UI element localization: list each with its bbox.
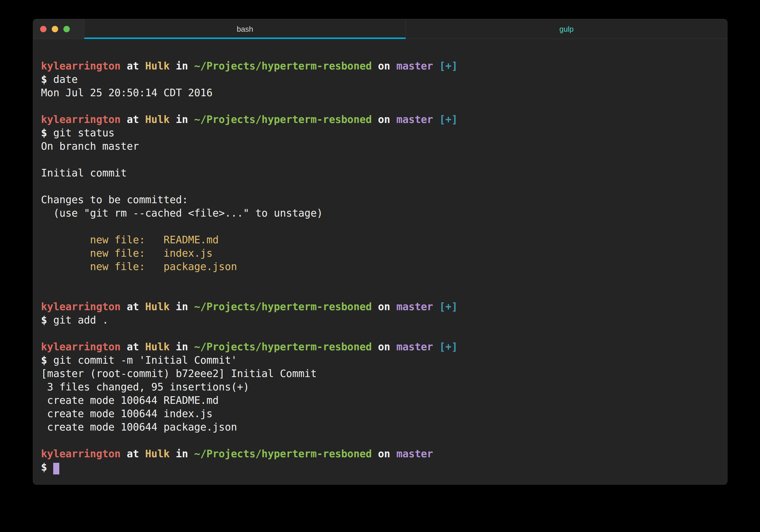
terminal-text-segment: $ (41, 314, 47, 326)
terminal-text-segment: Hulk (145, 114, 169, 125)
terminal-line: kylearrington at Hulk in ~/Projects/hype… (41, 113, 720, 126)
terminal-line: $ (41, 460, 720, 474)
minimize-button[interactable] (52, 26, 58, 32)
terminal-line: $ git commit -m 'Initial Commit' (41, 354, 720, 367)
terminal-line: create mode 100644 README.md (41, 394, 720, 407)
terminal-text-segment: on (372, 448, 396, 459)
terminal-text-segment: (use "git rm --cached <file>..." to unst… (41, 207, 323, 219)
terminal-text-segment: Hulk (145, 301, 169, 313)
terminal-line: kylearrington at Hulk in ~/Projects/hype… (41, 300, 720, 314)
terminal-text-segment: master (396, 341, 433, 353)
terminal-line: kylearrington at Hulk in ~/Projects/hype… (41, 340, 720, 354)
terminal-text-segment: Initial commit (41, 167, 127, 179)
tab-gulp[interactable]: gulp (405, 19, 727, 39)
terminal-line (41, 180, 720, 193)
terminal-text-segment: in (170, 114, 194, 125)
terminal-text-segment: [+] (439, 114, 458, 125)
terminal-window: bash gulp kylearrington at Hulk in ~/Pro… (33, 19, 728, 485)
terminal-text-segment: master (396, 114, 433, 125)
terminal-text-segment: on (372, 341, 396, 353)
terminal-text-segment: $ (41, 461, 53, 473)
terminal-text-segment: in (170, 448, 194, 459)
terminal-text-segment (433, 60, 439, 72)
terminal-text-segment (433, 341, 439, 353)
terminal-text-segment: in (170, 60, 194, 72)
terminal-line: On branch master (41, 140, 720, 153)
terminal-text-segment: create mode 100644 index.js (41, 408, 213, 419)
terminal-text-segment: git status (47, 127, 115, 139)
terminal-text-segment: date (47, 73, 78, 85)
terminal-text-segment: $ (41, 354, 47, 366)
terminal-text-segment: at (121, 341, 145, 353)
terminal-line: kylearrington at Hulk in ~/Projects/hype… (41, 447, 720, 460)
terminal-line (41, 273, 720, 287)
terminal-text-segment: git commit -m 'Initial Commit' (47, 354, 237, 366)
terminal-line: $ date (41, 73, 720, 86)
terminal-text-segment: ~/Projects/hyperterm-resboned (194, 448, 372, 459)
terminal-line: Changes to be committed: (41, 193, 720, 206)
terminal-line: $ git status (41, 126, 720, 140)
terminal-text-segment: on (372, 114, 396, 125)
terminal-text-segment: on (372, 60, 396, 72)
terminal-screen[interactable]: kylearrington at Hulk in ~/Projects/hype… (33, 39, 727, 484)
terminal-text-segment: Changes to be committed: (41, 194, 188, 206)
tab-gulp-label: gulp (559, 25, 574, 34)
terminal-text-segment: master (396, 301, 433, 313)
terminal-line: new file: README.md (41, 233, 720, 247)
terminal-text-segment: Mon Jul 25 20:50:14 CDT 2016 (41, 87, 213, 99)
terminal-text-segment: kylearrington (41, 448, 121, 459)
terminal-text-segment: ~/Projects/hyperterm-resboned (194, 60, 372, 72)
terminal-line: (use "git rm --cached <file>..." to unst… (41, 206, 720, 220)
terminal-line: create mode 100644 index.js (41, 407, 720, 420)
terminal-text-segment: create mode 100644 package.json (41, 421, 237, 433)
terminal-line: create mode 100644 package.json (41, 420, 720, 434)
terminal-text-segment: on (372, 301, 396, 313)
terminal-text-segment: new file: README.md (41, 234, 219, 246)
terminal-text-segment (433, 301, 439, 313)
terminal-line: 3 files changed, 95 insertions(+) (41, 380, 720, 394)
terminal-text-segment: at (121, 448, 145, 459)
terminal-text-segment: ~/Projects/hyperterm-resboned (194, 341, 372, 353)
terminal-line (41, 327, 720, 340)
terminal-line: Mon Jul 25 20:50:14 CDT 2016 (41, 86, 720, 99)
window-controls (33, 19, 84, 39)
terminal-text-segment: kylearrington (41, 341, 121, 353)
terminal-line: [master (root-commit) b72eee2] Initial C… (41, 367, 720, 380)
terminal-text-segment: kylearrington (41, 114, 121, 125)
terminal-text-segment: master (396, 60, 433, 72)
tab-bash[interactable]: bash (84, 19, 405, 39)
terminal-text-segment: at (121, 60, 145, 72)
terminal-line (41, 220, 720, 233)
tab-bash-label: bash (237, 25, 253, 34)
terminal-text-segment: [+] (439, 60, 458, 72)
terminal-text-segment: Hulk (145, 60, 169, 72)
zoom-button[interactable] (63, 26, 70, 32)
terminal-text-segment: ~/Projects/hyperterm-resboned (194, 114, 372, 125)
terminal-line: Initial commit (41, 166, 720, 180)
terminal-line: new file: package.json (41, 260, 720, 273)
terminal-text-segment: [+] (439, 341, 458, 353)
close-button[interactable] (40, 26, 47, 32)
terminal-text-segment: [+] (439, 301, 458, 313)
terminal-text-segment: [master (root-commit) b72eee2] Initial C… (41, 368, 317, 379)
terminal-text-segment: kylearrington (41, 60, 121, 72)
terminal-text-segment: On branch master (41, 140, 139, 152)
terminal-line: new file: index.js (41, 247, 720, 260)
terminal-text-segment: Hulk (145, 448, 169, 459)
terminal-line (41, 287, 720, 300)
terminal-text-segment: create mode 100644 README.md (41, 395, 219, 406)
terminal-text-segment: in (170, 301, 194, 313)
terminal-text-segment: $ (41, 127, 47, 139)
terminal-line: kylearrington at Hulk in ~/Projects/hype… (41, 59, 720, 73)
terminal-line: $ git add . (41, 314, 720, 327)
terminal-text-segment: kylearrington (41, 301, 121, 313)
terminal-text-segment: at (121, 301, 145, 313)
terminal-text-segment: new file: package.json (41, 261, 237, 272)
terminal-text-segment: $ (41, 73, 47, 85)
terminal-line (41, 434, 720, 447)
terminal-cursor (53, 463, 59, 474)
terminal-text-segment: in (170, 341, 194, 353)
terminal-line (41, 153, 720, 166)
terminal-text-segment: master (396, 448, 433, 459)
terminal-text-segment: Hulk (145, 341, 169, 353)
